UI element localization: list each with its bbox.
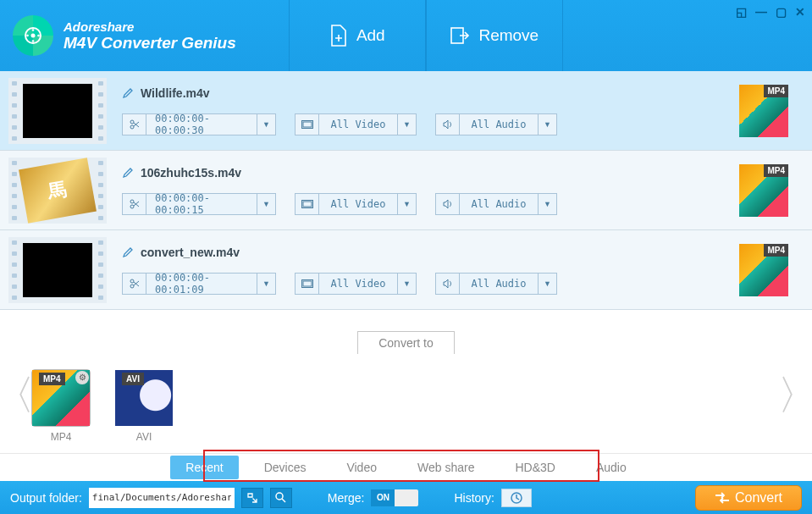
edit-icon[interactable] xyxy=(122,167,134,179)
file-row[interactable]: 馬106zhuhc15s.m4v00:00:00-00:00:15▼All Vi… xyxy=(0,151,812,230)
minimize-icon[interactable]: — xyxy=(755,5,767,19)
svg-point-16 xyxy=(130,285,134,288)
output-folder-input[interactable] xyxy=(89,488,235,508)
output-format-badge[interactable]: MP4 xyxy=(739,164,788,217)
audio-dropdown-icon[interactable]: ▼ xyxy=(538,114,556,135)
file-row[interactable]: convert_new.m4v00:00:00-00:01:09▼All Vid… xyxy=(0,230,812,310)
output-folder-label: Output folder: xyxy=(10,491,82,505)
logo-area: Adoreshare M4V Converter Genius xyxy=(0,15,236,56)
tab-devices[interactable]: Devices xyxy=(249,456,322,479)
trim-dropdown-icon[interactable]: ▼ xyxy=(257,274,275,294)
video-track-control[interactable]: All Video▼ xyxy=(295,113,417,135)
format-label: AVI xyxy=(136,431,152,443)
video-icon xyxy=(296,114,319,135)
svg-point-4 xyxy=(26,35,29,37)
tab-web-share[interactable]: Web share xyxy=(402,456,489,479)
video-dropdown-icon[interactable]: ▼ xyxy=(397,274,416,294)
trim-control[interactable]: 00:00:00-00:00:15▼ xyxy=(122,193,276,215)
svg-point-12 xyxy=(130,205,134,208)
product-name: M4V Converter Genius xyxy=(64,34,236,53)
feedback-icon[interactable]: ◱ xyxy=(736,5,747,19)
format-label: MP4 xyxy=(51,431,72,443)
video-dropdown-icon[interactable]: ▼ xyxy=(397,114,416,135)
file-name: 106zhuhc15s.m4v xyxy=(141,166,241,180)
svg-rect-10 xyxy=(303,122,312,127)
file-thumbnail[interactable] xyxy=(8,237,107,303)
tab-recent[interactable]: Recent xyxy=(170,456,238,479)
convert-to-tab[interactable]: Convert to xyxy=(357,331,455,354)
trim-dropdown-icon[interactable]: ▼ xyxy=(257,194,275,214)
svg-rect-14 xyxy=(303,202,312,207)
tab-video[interactable]: Video xyxy=(331,456,392,479)
svg-point-19 xyxy=(276,493,283,500)
trim-control[interactable]: 00:00:00-00:01:09▼ xyxy=(122,273,276,295)
svg-point-15 xyxy=(130,279,134,283)
footer-bar: Output folder: Merge: ON History: Conver… xyxy=(0,481,812,514)
category-tabs: RecentDevicesVideoWeb shareHD&3DAudio xyxy=(0,453,812,481)
file-thumbnail[interactable]: 馬 xyxy=(8,158,107,224)
file-list: Wildlife.m4v00:00:00-00:00:30▼All Video▼… xyxy=(0,71,812,328)
video-track-control[interactable]: All Video▼ xyxy=(295,273,417,295)
title-bar: Adoreshare M4V Converter Genius Add Remo… xyxy=(0,0,812,71)
convert-to-section: Convert to xyxy=(0,328,812,354)
audio-track-control[interactable]: All Audio▼ xyxy=(435,193,557,215)
file-thumbnail[interactable] xyxy=(8,78,107,144)
audio-dropdown-icon[interactable]: ▼ xyxy=(538,274,556,294)
gallery-prev-icon[interactable]: 〈 xyxy=(4,354,25,436)
audio-icon xyxy=(436,274,460,294)
trim-control[interactable]: 00:00:00-00:00:30▼ xyxy=(122,113,276,135)
video-dropdown-icon[interactable]: ▼ xyxy=(397,194,416,214)
format-gallery: 〈 ⚙MP4MP4AVIAVI 〉 xyxy=(0,354,812,453)
audio-icon xyxy=(436,114,460,135)
edit-icon[interactable] xyxy=(122,87,134,99)
svg-point-5 xyxy=(37,35,40,37)
scissors-icon xyxy=(123,194,146,214)
output-format-badge[interactable]: MP4 xyxy=(739,85,788,137)
format-item-avi[interactable]: AVIAVI xyxy=(115,370,173,443)
remove-button[interactable]: Remove xyxy=(426,0,563,71)
history-label: History: xyxy=(454,491,494,505)
gallery-next-icon[interactable]: 〉 xyxy=(787,354,808,436)
tab-hd-3d[interactable]: HD&3D xyxy=(500,456,570,479)
brand-name: Adoreshare xyxy=(64,19,236,34)
svg-point-1 xyxy=(31,34,36,38)
gear-icon[interactable]: ⚙ xyxy=(75,371,89,384)
audio-track-control[interactable]: All Audio▼ xyxy=(435,273,557,295)
file-row[interactable]: Wildlife.m4v00:00:00-00:00:30▼All Video▼… xyxy=(0,71,812,151)
video-track-control[interactable]: All Video▼ xyxy=(295,193,417,215)
audio-track-control[interactable]: All Audio▼ xyxy=(435,113,557,135)
close-icon[interactable]: ✕ xyxy=(795,5,805,19)
audio-icon xyxy=(436,194,460,214)
svg-point-3 xyxy=(32,40,35,42)
video-icon xyxy=(296,194,319,214)
video-icon xyxy=(296,274,319,294)
output-format-badge[interactable]: MP4 xyxy=(739,244,788,296)
edit-icon[interactable] xyxy=(122,246,134,258)
file-name: Wildlife.m4v xyxy=(141,86,210,100)
search-button[interactable] xyxy=(270,488,292,508)
add-button[interactable]: Add xyxy=(289,0,426,71)
browse-folder-button[interactable] xyxy=(241,488,263,508)
maximize-icon[interactable]: ▢ xyxy=(776,5,787,19)
svg-rect-18 xyxy=(303,281,312,286)
svg-point-11 xyxy=(130,200,134,203)
history-button[interactable] xyxy=(501,489,532,507)
scissors-icon xyxy=(123,274,146,294)
file-name: convert_new.m4v xyxy=(141,246,240,259)
svg-point-7 xyxy=(130,120,134,124)
merge-label: Merge: xyxy=(328,491,365,505)
convert-button[interactable]: Convert xyxy=(695,485,802,511)
scissors-icon xyxy=(123,114,146,135)
svg-point-2 xyxy=(32,29,35,31)
trim-dropdown-icon[interactable]: ▼ xyxy=(257,114,275,135)
merge-toggle[interactable]: ON xyxy=(371,489,418,506)
app-logo-icon xyxy=(13,15,53,56)
tab-audio[interactable]: Audio xyxy=(581,456,642,479)
audio-dropdown-icon[interactable]: ▼ xyxy=(538,194,556,214)
svg-point-8 xyxy=(130,125,134,129)
format-item-mp4[interactable]: ⚙MP4MP4 xyxy=(32,370,90,443)
